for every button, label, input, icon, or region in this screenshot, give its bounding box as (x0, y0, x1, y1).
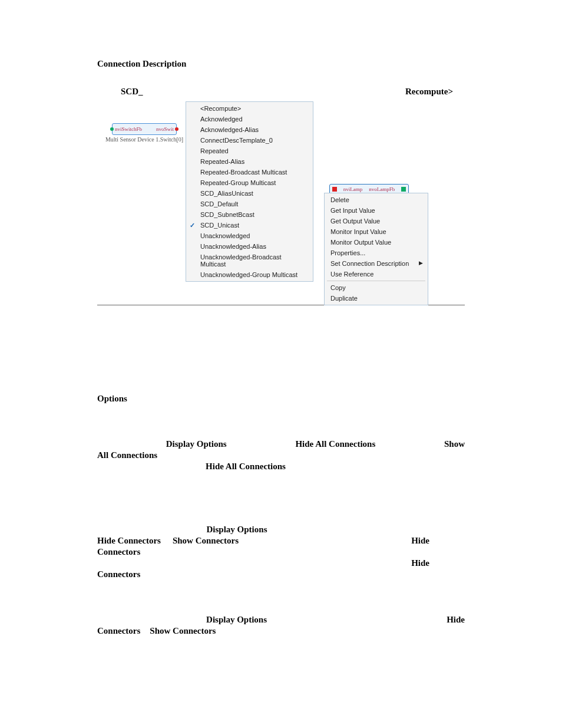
section-heading: Connection Description (97, 59, 465, 69)
text-connectors: Connectors (97, 547, 140, 557)
dropdown-item[interactable]: Unacknowledged-Group Multicast (186, 269, 313, 280)
context-menu-item[interactable]: Get Input Value (325, 205, 428, 216)
text-hide: Hide (411, 536, 429, 546)
context-menu-item[interactable]: Properties... (325, 248, 428, 258)
recompute-label: Recompute> (405, 87, 453, 97)
port-icon (175, 127, 178, 131)
dropdown-item[interactable]: Acknowledged-Alias (186, 124, 313, 135)
text-display-options: Display Options (166, 439, 227, 449)
screenshot-area: nviSwitchFb nvoSwit Multi Sensor Device … (97, 101, 465, 305)
dropdown-item[interactable]: Unacknowledged-Broadcast Multicast (186, 252, 313, 269)
device-diagram: nviSwitchFb nvoSwit Multi Sensor Device … (94, 122, 194, 143)
dropdown-item[interactable]: SCD_SubnetBcast (186, 209, 313, 220)
dropdown-item[interactable]: Repeated-Alias (186, 156, 313, 167)
chevron-right-icon: ▶ (419, 260, 423, 266)
context-menu-item[interactable]: Copy (325, 282, 428, 293)
text-hide-all-connections: Hide All Connections (295, 439, 375, 449)
dropdown-item[interactable]: SCD_AliasUnicast (186, 188, 313, 199)
text-show-connectors: Show Connectors (173, 536, 239, 546)
text-all-connections: All Connections (97, 450, 157, 460)
text-connectors-2: Connectors (97, 569, 140, 579)
device-caption: Multi Sensor Device 1.Switch[0] (94, 136, 194, 143)
options-heading: Options (97, 394, 465, 404)
text-hide-connectors: Hide Connectors (97, 536, 161, 546)
context-menu-item[interactable]: Monitor Output Value (325, 237, 428, 248)
context-menu-item[interactable]: Delete (325, 195, 428, 205)
dropdown-item[interactable]: Unacknowledged-Alias (186, 241, 313, 252)
nv-label: nvoSwit (156, 126, 174, 132)
context-menu-item[interactable]: Set Connection Description▶ (325, 258, 428, 269)
dropdown-item[interactable]: ConnectDescTemplate_0 (186, 135, 313, 146)
dropdown-item[interactable]: SCD_Unicast✓ (186, 220, 313, 230)
dropdown-item[interactable]: Unacknowledged (186, 230, 313, 241)
dropdown-item[interactable]: SCD_Default (186, 199, 313, 209)
connection-description-dropdown[interactable]: <Recompute>AcknowledgedAcknowledged-Alia… (186, 101, 313, 282)
port-icon (110, 127, 114, 131)
scd-prefix-label: SCD_ (121, 87, 143, 97)
checkmark-icon: ✓ (190, 222, 195, 229)
context-menu-item[interactable]: Duplicate (325, 293, 428, 304)
dropdown-item[interactable]: Repeated-Group Multicast (186, 177, 313, 188)
dropdown-item[interactable]: Repeated (186, 146, 313, 156)
dropdown-item[interactable]: Repeated-Broadcast Multicast (186, 167, 313, 177)
text-show-connectors-2: Show Connectors (150, 626, 216, 636)
context-menu[interactable]: DeleteGet Input ValueGet Output ValueMon… (324, 193, 428, 305)
context-menu-item[interactable]: Monitor Input Value (325, 226, 428, 237)
context-menu-item[interactable]: Get Output Value (325, 216, 428, 226)
nv-label: nviLamp (343, 186, 363, 192)
text-connectors-3: Connectors (97, 626, 140, 636)
nv-label: nvoLampFb (369, 186, 395, 192)
port-icon (332, 187, 337, 192)
dropdown-item[interactable]: <Recompute> (186, 103, 313, 114)
context-menu-item[interactable]: Use Reference (325, 269, 428, 279)
text-display-options-2: Display Options (207, 525, 267, 535)
text-hide-2: Hide (411, 558, 429, 568)
text-hide-3: Hide (447, 615, 465, 625)
text-display-options-3: Display Options (206, 615, 267, 625)
switch-fb-node[interactable]: nviSwitchFb nvoSwit (112, 123, 177, 135)
port-icon (401, 187, 406, 192)
dropdown-item[interactable]: Acknowledged (186, 114, 313, 124)
text-show: Show (444, 439, 465, 449)
nv-label: nviSwitchFb (115, 126, 142, 132)
text-hide-all-connections-2: Hide All Connections (206, 462, 286, 472)
menu-separator (327, 281, 425, 281)
